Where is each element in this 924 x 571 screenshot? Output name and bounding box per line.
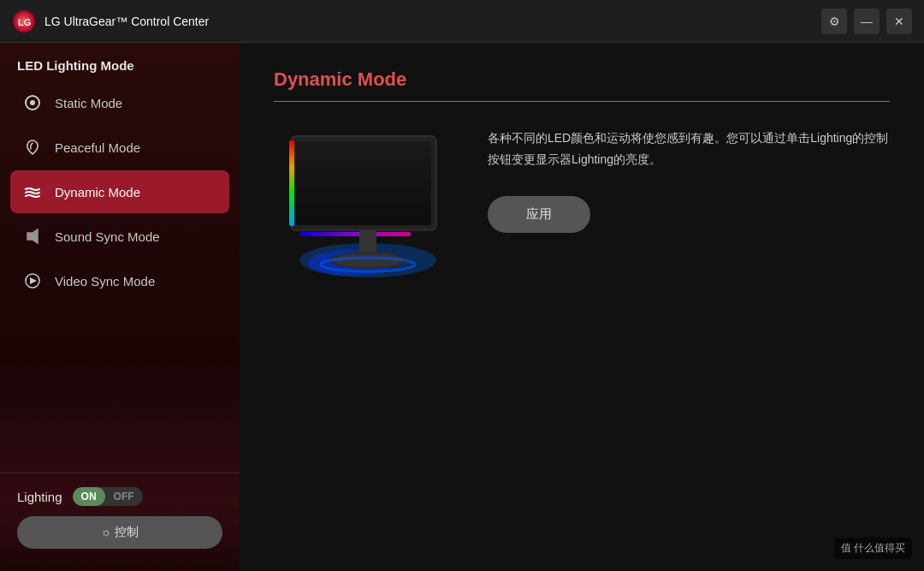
lighting-toggle[interactable]: ON OFF: [73, 487, 143, 506]
dynamic-mode-icon: [22, 181, 43, 202]
lighting-on-button[interactable]: ON: [73, 487, 105, 506]
sidebar-section-label: LED Lighting Mode: [0, 43, 240, 81]
lighting-row: Lighting ON OFF: [17, 487, 222, 506]
static-mode-icon: [22, 92, 43, 113]
main-layout: LED Lighting Mode Static Mode: [0, 43, 924, 571]
description-area: 各种不同的LED颜色和运动将使您感到有趣。您可以通过单击Lighting的控制按…: [488, 128, 890, 233]
video-sync-mode-label: Video Sync Mode: [55, 274, 155, 288]
static-mode-label: Static Mode: [55, 96, 122, 110]
svg-rect-8: [296, 141, 431, 225]
sidebar-bottom: Lighting ON OFF ☼ 控制: [0, 473, 240, 562]
content-area: Dynamic Mode: [240, 43, 924, 571]
nav-item-peaceful[interactable]: Peaceful Mode: [10, 126, 229, 169]
peaceful-mode-label: Peaceful Mode: [55, 140, 140, 155]
sound-sync-mode-label: Sound Sync Mode: [55, 229, 160, 244]
svg-point-3: [30, 100, 35, 105]
window-controls: ⚙ — ✕: [821, 9, 912, 34]
nav-item-sound-sync[interactable]: Sound Sync Mode: [10, 215, 229, 258]
lighting-off-button[interactable]: OFF: [105, 487, 143, 506]
nav-item-dynamic[interactable]: Dynamic Mode: [10, 170, 229, 213]
monitor-preview: [274, 128, 462, 299]
content-title: Dynamic Mode: [274, 68, 890, 102]
title-bar: LG LG UltraGear™ Control Center ⚙ — ✕: [0, 0, 924, 43]
lighting-label: Lighting: [17, 490, 62, 504]
minimize-button[interactable]: —: [854, 9, 880, 34]
settings-button[interactable]: ⚙: [821, 9, 847, 34]
nav-items: Static Mode Peaceful Mode: [0, 81, 240, 473]
nav-item-video-sync[interactable]: Video Sync Mode: [10, 259, 229, 302]
monitor-svg: [274, 128, 462, 299]
nav-item-static[interactable]: Static Mode: [10, 81, 229, 124]
sound-sync-icon: [22, 226, 43, 247]
svg-marker-6: [30, 277, 37, 284]
watermark: 值 什么值得买: [834, 538, 912, 559]
close-button[interactable]: ✕: [886, 9, 912, 34]
sidebar: LED Lighting Mode Static Mode: [0, 43, 240, 571]
svg-point-15: [334, 253, 402, 267]
video-sync-icon: [22, 271, 43, 291]
svg-rect-10: [299, 232, 411, 236]
dynamic-mode-label: Dynamic Mode: [55, 185, 140, 199]
control-button[interactable]: ☼ 控制: [17, 516, 222, 549]
svg-marker-4: [27, 229, 38, 243]
peaceful-mode-icon: [22, 137, 43, 158]
svg-rect-9: [289, 140, 294, 226]
app-title: LG UltraGear™ Control Center: [44, 15, 821, 28]
content-body: 各种不同的LED颜色和运动将使您感到有趣。您可以通过单击Lighting的控制按…: [274, 128, 890, 299]
apply-button[interactable]: 应用: [488, 196, 590, 233]
lg-logo-icon: LG: [12, 9, 36, 33]
description-text: 各种不同的LED颜色和运动将使您感到有趣。您可以通过单击Lighting的控制按…: [488, 128, 890, 170]
svg-text:LG: LG: [18, 17, 31, 27]
